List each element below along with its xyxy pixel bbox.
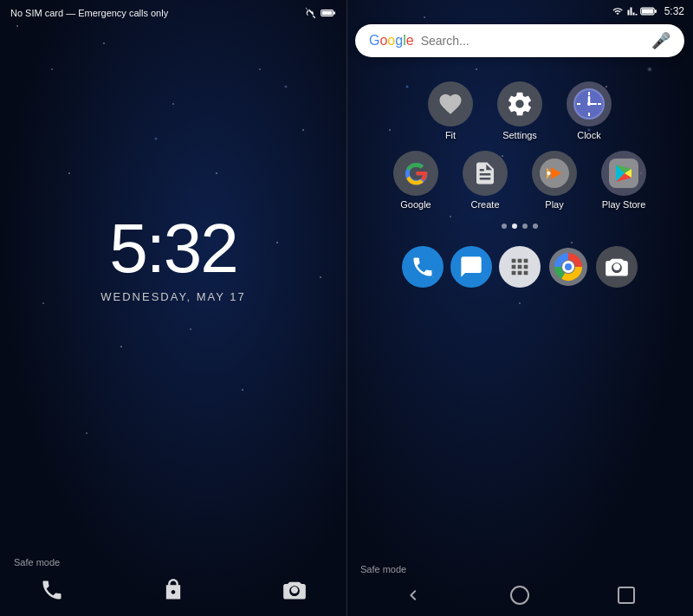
settings-gear-icon [506,90,534,118]
lock-camera-icon[interactable] [282,578,307,602]
dock-phone-icon [411,255,435,279]
recents-button[interactable] [616,585,637,606]
dock-chrome-icon-wrap [547,246,589,288]
playstore-icon-wrap [601,151,646,196]
home-battery-icon [640,6,657,16]
dock-camera-icon [605,255,629,279]
create-doc-icon [472,160,498,186]
dot-1 [502,224,507,229]
app-google[interactable]: Google [385,151,447,210]
svg-rect-5 [655,10,657,13]
dock-phone-icon-wrap [402,246,444,288]
clock-face-icon [572,87,606,121]
lock-screen: No SIM card — Emergency calls only 5:32 … [0,0,346,616]
home-nav-bar [360,581,679,609]
create-icon-wrap [463,151,508,196]
google-search-bar[interactable]: Google 🎤 [355,24,684,57]
screen-divider [346,0,347,616]
lock-safe-mode: Safe mode [14,557,333,567]
lock-unlock-icon[interactable] [161,578,185,602]
lock-date-display: WEDNESDAY, MAY 17 [100,290,245,303]
lock-phone-icon[interactable] [40,578,64,602]
dock-phone[interactable] [398,246,447,288]
fit-label: Fit [445,130,456,140]
wifi-icon [611,6,625,16]
app-playstore[interactable]: Play Store [593,151,655,210]
play-label: Play [545,199,563,210]
dot-4 [533,224,538,229]
svg-point-23 [565,263,572,270]
google-logo-text: Google [369,33,414,49]
dot-3 [522,224,528,229]
home-safe-mode: Safe mode [360,564,679,574]
dock-apps-icon-wrap [499,246,541,288]
lock-time-display: 5:32 [109,214,237,283]
app-row-1: Fit Settings [419,81,620,140]
fit-heart-icon [437,91,463,117]
play-music-icon-wrap [532,151,577,196]
page-dots [502,224,538,229]
dock-apps[interactable] [495,246,544,288]
fit-icon-wrap [428,81,473,126]
google-search-input[interactable] [421,34,651,48]
dock-messages[interactable] [447,246,495,288]
app-fit[interactable]: Fit [419,81,482,140]
dock [385,239,655,295]
mic-icon[interactable]: 🎤 [651,31,670,50]
play-store-icon [609,159,638,188]
dock-chrome[interactable] [544,246,593,288]
home-button[interactable] [509,585,530,606]
create-label: Create [470,199,499,210]
svg-point-14 [587,102,591,106]
home-screen: 5:32 Google 🎤 Fit [346,0,693,616]
google-g-icon [403,160,429,186]
svg-point-24 [511,587,528,604]
dock-camera-icon-wrap [596,246,638,288]
dock-chrome-icon [549,248,587,286]
home-time-display: 5:32 [664,5,684,17]
google-icon-wrap [393,151,438,196]
settings-icon-wrap [497,81,542,126]
lock-bottom-area: Safe mode [0,547,346,616]
lock-nav-bar [14,578,333,602]
home-status-bar: 5:32 [346,0,693,21]
signal-icon [627,6,638,16]
clock-label: Clock [577,130,601,140]
dock-camera[interactable] [593,246,641,288]
app-clock[interactable]: Clock [558,81,620,140]
svg-point-18 [547,172,551,175]
app-row-2: Google Create [385,151,655,210]
dot-2 [512,224,517,229]
app-play[interactable]: Play [523,151,586,210]
back-button[interactable] [403,585,424,606]
clock-icon-wrap [567,81,612,126]
playstore-label: Play Store [602,199,646,210]
app-create[interactable]: Create [454,151,516,210]
dock-apps-grid-icon [508,255,532,279]
google-label: Google [400,199,431,210]
lock-clock-area: 5:32 WEDNESDAY, MAY 17 [0,0,346,547]
dock-messages-icon [459,255,483,279]
home-status-icons [611,6,657,16]
play-music-icon [540,159,569,188]
dock-messages-icon-wrap [450,246,492,288]
home-bottom-area: Safe mode [346,561,693,616]
svg-rect-25 [619,587,634,603]
settings-label: Settings [502,130,537,140]
app-grid: Fit Settings [346,64,693,561]
app-settings[interactable]: Settings [489,81,551,140]
svg-rect-4 [642,9,653,13]
